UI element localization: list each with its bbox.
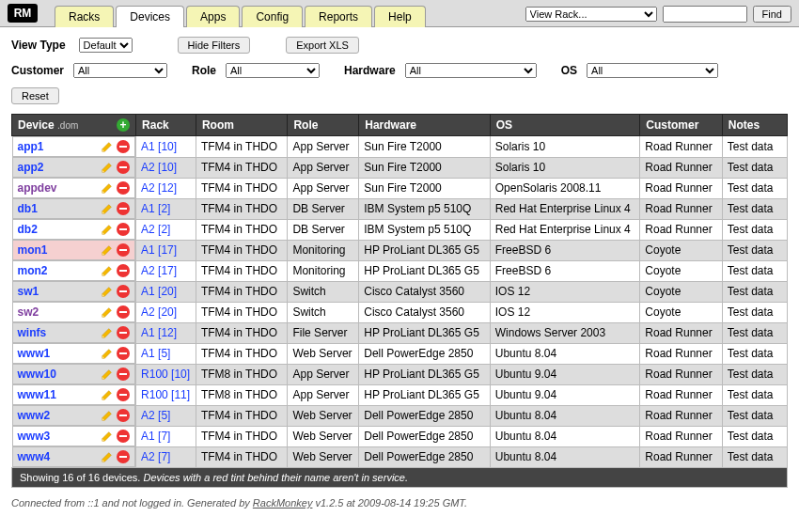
table-row: www4A2 [7]TFM4 in THDOWeb ServerDell Pow… — [12, 446, 788, 468]
view-type-select[interactable]: Default — [79, 38, 133, 53]
delete-icon[interactable] — [117, 430, 130, 443]
edit-icon[interactable] — [101, 305, 114, 319]
device-link[interactable]: mon1 — [18, 243, 48, 257]
add-device-icon[interactable]: + — [117, 118, 130, 132]
edit-icon[interactable] — [101, 409, 114, 422]
rack-link[interactable]: A1 [5] — [141, 347, 170, 360]
delete-icon[interactable] — [117, 285, 130, 298]
tab-help[interactable]: Help — [374, 6, 426, 27]
device-link[interactable]: db1 — [18, 202, 38, 215]
rack-link[interactable]: R100 [11] — [141, 388, 190, 401]
edit-icon[interactable] — [101, 326, 114, 339]
th-notes[interactable]: Notes — [722, 115, 787, 136]
rack-link[interactable]: A1 [2] — [141, 202, 170, 215]
th-role[interactable]: Role — [288, 115, 359, 136]
filter-customer-select[interactable]: All — [73, 63, 167, 78]
delete-icon[interactable] — [117, 264, 130, 277]
cust-cell: Road Runner — [640, 198, 723, 219]
rack-link[interactable]: A2 [2] — [141, 223, 170, 236]
delete-icon[interactable] — [117, 181, 130, 195]
device-link[interactable]: www4 — [18, 450, 51, 463]
hide-filters-button[interactable]: Hide Filters — [178, 37, 251, 54]
delete-icon[interactable] — [117, 368, 130, 381]
edit-icon[interactable] — [101, 285, 114, 298]
th-room[interactable]: Room — [196, 115, 288, 136]
rack-link[interactable]: A2 [17] — [141, 264, 177, 277]
device-link[interactable]: www10 — [18, 368, 56, 381]
edit-icon[interactable] — [101, 243, 114, 257]
delete-icon[interactable] — [117, 202, 130, 215]
rack-link[interactable]: R100 [10] — [141, 368, 190, 381]
th-device[interactable]: Device .dom+ — [12, 115, 136, 136]
th-rack[interactable]: Rack — [136, 115, 196, 136]
role-cell: DB Server — [288, 198, 359, 219]
device-link[interactable]: www11 — [18, 388, 56, 401]
view-rack-select[interactable]: View Rack... — [525, 7, 657, 22]
reset-button[interactable]: Reset — [11, 87, 59, 104]
rack-link[interactable]: A1 [10] — [141, 140, 177, 153]
hw-cell: Cisco Catalyst 3560 — [359, 281, 490, 302]
rack-link[interactable]: A2 [12] — [141, 181, 177, 195]
delete-icon[interactable] — [117, 409, 130, 422]
edit-icon[interactable] — [101, 202, 114, 215]
tab-config[interactable]: Config — [242, 6, 303, 27]
edit-icon[interactable] — [101, 388, 114, 401]
edit-icon[interactable] — [101, 430, 114, 443]
edit-icon[interactable] — [101, 181, 114, 195]
rack-link[interactable]: A1 [12] — [141, 326, 177, 339]
filter-hardware-select[interactable]: All — [405, 63, 537, 78]
cust-cell: Road Runner — [640, 343, 723, 364]
edit-icon[interactable] — [101, 450, 114, 463]
edit-icon[interactable] — [101, 347, 114, 360]
edit-icon[interactable] — [101, 161, 114, 174]
rack-link[interactable]: A2 [20] — [141, 305, 177, 319]
tab-apps[interactable]: Apps — [186, 6, 240, 27]
filter-os-select[interactable]: All — [587, 63, 718, 78]
delete-icon[interactable] — [117, 243, 130, 257]
delete-icon[interactable] — [117, 450, 130, 463]
device-link[interactable]: mon2 — [18, 264, 48, 277]
edit-icon[interactable] — [101, 140, 114, 153]
rackmonkey-link[interactable]: RackMonkey — [253, 497, 313, 509]
edit-icon[interactable] — [101, 368, 114, 381]
device-link[interactable]: www2 — [18, 409, 51, 422]
rack-link[interactable]: A1 [20] — [141, 285, 177, 298]
device-link[interactable]: db2 — [18, 223, 38, 236]
filter-role-select[interactable]: All — [226, 63, 320, 78]
export-xls-button[interactable]: Export XLS — [286, 37, 359, 54]
device-link[interactable]: appdev — [18, 181, 57, 195]
device-link[interactable]: www3 — [18, 430, 51, 443]
device-link[interactable]: app1 — [18, 140, 44, 153]
edit-icon[interactable] — [101, 264, 114, 277]
th-customer[interactable]: Customer — [640, 115, 723, 136]
find-button[interactable]: Find — [753, 6, 791, 23]
delete-icon[interactable] — [117, 347, 130, 360]
cust-cell: Coyote — [640, 302, 723, 322]
th-os[interactable]: OS — [490, 115, 640, 136]
rack-link[interactable]: A1 [17] — [141, 243, 177, 257]
delete-icon[interactable] — [117, 140, 130, 153]
tab-devices[interactable]: Devices — [116, 6, 184, 27]
rack-link[interactable]: A2 [5] — [141, 409, 170, 422]
device-link[interactable]: sw2 — [18, 305, 39, 319]
delete-icon[interactable] — [117, 388, 130, 401]
device-link[interactable]: sw1 — [18, 285, 39, 298]
tab-reports[interactable]: Reports — [305, 6, 372, 27]
device-link[interactable]: winfs — [18, 326, 47, 339]
edit-icon[interactable] — [101, 223, 114, 236]
hw-cell: Dell PowerEdge 2850 — [359, 343, 490, 364]
device-link[interactable]: app2 — [18, 161, 44, 174]
search-input[interactable] — [663, 6, 747, 23]
delete-icon[interactable] — [117, 223, 130, 236]
rack-link[interactable]: A2 [7] — [141, 450, 170, 463]
logo[interactable]: RM — [8, 4, 38, 23]
device-link[interactable]: www1 — [18, 347, 51, 360]
delete-icon[interactable] — [117, 326, 130, 339]
th-hardware[interactable]: Hardware — [359, 115, 490, 136]
delete-icon[interactable] — [117, 305, 130, 319]
delete-icon[interactable] — [117, 161, 130, 174]
rack-cell: A2 [7] — [136, 446, 196, 468]
rack-link[interactable]: A2 [10] — [141, 161, 177, 174]
tab-racks[interactable]: Racks — [55, 6, 114, 27]
rack-link[interactable]: A1 [7] — [141, 430, 170, 443]
